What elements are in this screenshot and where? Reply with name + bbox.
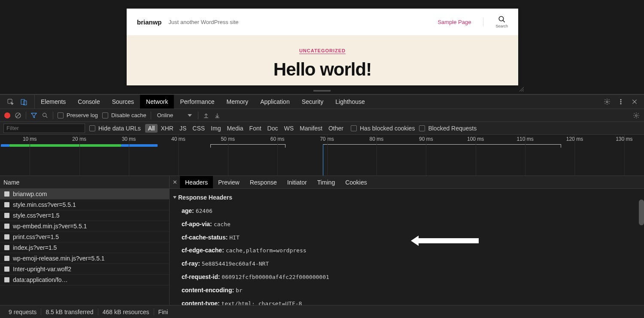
response-header-row[interactable]: cf-ray: 5e8854419ec60af4-NRT — [172, 257, 644, 270]
request-row[interactable]: brianwp.com — [0, 189, 169, 200]
detail-tab-timing[interactable]: Timing — [312, 176, 340, 188]
detail-tab-initiator[interactable]: Initiator — [282, 176, 312, 188]
svg-line-15 — [16, 114, 20, 117]
filter-funnel-icon[interactable] — [30, 112, 37, 119]
blocked-requests-checkbox[interactable]: Blocked Requests — [419, 125, 477, 132]
filter-chip-media[interactable]: Media — [224, 124, 246, 133]
devtools-tab-application[interactable]: Application — [254, 95, 296, 109]
filter-chip-img[interactable]: Img — [208, 124, 224, 133]
request-row[interactable]: style.css?ver=1.5 — [0, 210, 169, 221]
upload-har-icon[interactable] — [203, 112, 210, 119]
file-icon — [4, 191, 9, 197]
devtools-tab-console[interactable]: Console — [72, 95, 106, 109]
devtools-tab-elements[interactable]: Elements — [35, 95, 72, 109]
filter-chip-ws[interactable]: WS — [281, 124, 297, 133]
detail-tab-cookies[interactable]: Cookies — [340, 176, 372, 188]
record-button[interactable] — [4, 112, 10, 118]
request-name: data:application/fo… — [13, 276, 68, 283]
hide-data-urls-checkbox[interactable]: Hide data URLs — [89, 125, 141, 132]
site-tagline: Just another WordPress site — [169, 19, 239, 25]
header-value: 060912fcfb00000af4fc22f000000001 — [222, 274, 329, 280]
file-icon — [4, 202, 9, 207]
header-key: content-encoding: — [182, 287, 236, 294]
status-requests: 9 requests — [4, 309, 41, 315]
response-header-row[interactable]: content-encoding: br — [172, 284, 644, 297]
site-header: brianwp Just another WordPress site Samp… — [127, 9, 518, 35]
response-headers-section[interactable]: Response Headers — [172, 192, 644, 204]
has-blocked-cookies-checkbox[interactable]: Has blocked cookies — [351, 125, 415, 132]
close-devtools-icon[interactable] — [631, 98, 638, 105]
request-row[interactable]: wp-emoji-release.min.js?ver=5.5.1 — [0, 253, 169, 264]
timeline-range — [210, 144, 286, 147]
separator — [151, 112, 151, 119]
post-category[interactable]: UNCATEGORIZED — [299, 48, 346, 54]
kebab-menu-icon[interactable] — [617, 98, 624, 105]
devtools-tab-lighthouse[interactable]: Lighthouse — [329, 95, 371, 109]
detail-tab-preview[interactable]: Preview — [213, 176, 245, 188]
svg-line-17 — [46, 116, 47, 118]
response-header-row[interactable]: cf-request-id: 060912fcfb00000af4fc22f00… — [172, 270, 644, 284]
status-transferred: 8.5 kB transferred — [41, 309, 98, 315]
filter-chip-font[interactable]: Font — [246, 124, 264, 133]
search-icon[interactable] — [42, 112, 49, 119]
filter-chip-css[interactable]: CSS — [189, 124, 208, 133]
request-row[interactable]: print.css?ver=1.5 — [0, 232, 169, 242]
network-toolbar: Preserve log Disable cache Online — [0, 109, 644, 122]
filter-chip-xhr[interactable]: XHR — [158, 124, 176, 133]
filter-input[interactable] — [3, 124, 85, 133]
preserve-log-checkbox[interactable]: Preserve log — [58, 112, 98, 118]
network-filter-row: Hide data URLs AllXHRJSCSSImgMediaFontDo… — [0, 122, 644, 135]
throttling-select[interactable]: Online — [155, 112, 194, 118]
scrollbar-thumb[interactable] — [639, 200, 644, 225]
devtools-tab-performance[interactable]: Performance — [174, 95, 220, 109]
filter-chip-all[interactable]: All — [145, 124, 158, 133]
download-har-icon[interactable] — [214, 112, 221, 119]
nav-sample-page[interactable]: Sample Page — [437, 19, 471, 25]
filter-chip-manifest[interactable]: Manifest — [297, 124, 325, 133]
request-row[interactable]: wp-embed.min.js?ver=5.5.1 — [0, 221, 169, 232]
devtools-tab-security[interactable]: Security — [296, 95, 330, 109]
disable-cache-checkbox[interactable]: Disable cache — [102, 112, 146, 118]
response-header-row[interactable]: age: 62406 — [172, 204, 644, 218]
separator — [53, 112, 53, 119]
network-settings-gear-icon[interactable] — [633, 112, 640, 119]
site-brand[interactable]: brianwp — [137, 18, 162, 26]
resize-corner-icon[interactable] — [518, 86, 524, 92]
status-resources: 468 kB resources — [98, 309, 154, 315]
devtools-tab-memory[interactable]: Memory — [221, 95, 255, 109]
request-row[interactable]: index.js?ver=1.5 — [0, 242, 169, 253]
chevron-down-icon — [188, 114, 192, 117]
header-value: cache — [214, 221, 231, 227]
timeline-bar — [1, 144, 9, 147]
response-header-row[interactable]: cf-edge-cache: cache,platform=wordpress — [172, 244, 644, 257]
request-row[interactable]: style.min.css?ver=5.5.1 — [0, 200, 169, 210]
timeline-marker — [323, 144, 323, 176]
detail-tab-headers[interactable]: Headers — [180, 176, 213, 188]
network-timeline[interactable]: 10 ms20 ms30 ms40 ms50 ms60 ms70 ms80 ms… — [0, 135, 644, 176]
filter-chip-js[interactable]: JS — [176, 124, 189, 133]
settings-gear-icon[interactable] — [604, 98, 611, 105]
response-header-row[interactable]: cf-apo-via: cache — [172, 218, 644, 231]
close-detail-icon[interactable]: ✕ — [170, 176, 180, 188]
clear-icon[interactable] — [15, 112, 21, 119]
detail-tab-response[interactable]: Response — [245, 176, 282, 188]
request-name: brianwp.com — [13, 191, 47, 197]
filter-chip-other[interactable]: Other — [325, 124, 346, 133]
device-toolbar-icon[interactable] — [20, 98, 27, 106]
rendered-site: brianwp Just another WordPress site Samp… — [127, 9, 518, 85]
status-finish: Fini — [154, 309, 173, 315]
search-button[interactable]: Search — [495, 15, 508, 28]
response-header-row[interactable]: content-type: text/html; charset=UTF-8 — [172, 297, 644, 305]
request-row[interactable]: Inter-upright-var.woff2 — [0, 264, 169, 275]
svg-point-0 — [499, 16, 504, 21]
devtools-tab-sources[interactable]: Sources — [106, 95, 140, 109]
request-row[interactable]: data:application/fo… — [0, 275, 169, 285]
pane-drag-handle[interactable] — [313, 90, 331, 92]
filter-chip-doc[interactable]: Doc — [264, 124, 281, 133]
response-header-row[interactable]: cf-cache-status: HIT — [172, 231, 644, 244]
inspect-element-icon[interactable] — [7, 98, 14, 106]
request-list-header[interactable]: Name — [0, 176, 169, 189]
post-title[interactable]: Hello world! — [127, 59, 518, 80]
svg-point-8 — [606, 101, 608, 103]
devtools-tab-network[interactable]: Network — [140, 95, 174, 109]
